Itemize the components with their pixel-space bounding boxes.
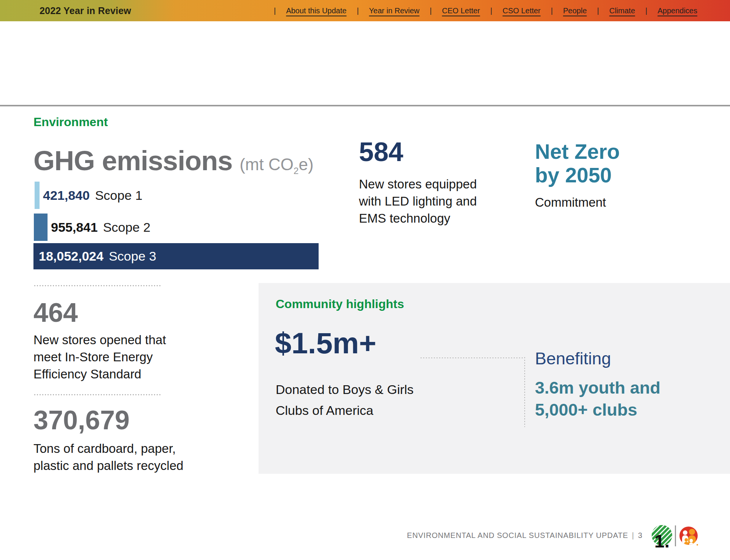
donation-description: Donated to Boys & Girls Clubs of America [276, 379, 414, 421]
family-dollar-logo [679, 526, 698, 549]
community-section-label: Community highlights [276, 297, 404, 311]
nav-link-ceo-letter[interactable]: CEO Letter [442, 6, 480, 15]
nav-separator: | [645, 6, 647, 15]
new-stores-efficiency-value: 464 [33, 297, 78, 328]
led-stores-value: 584 [359, 137, 403, 167]
dotted-separator [33, 394, 162, 395]
nav-link-people[interactable]: People [563, 6, 587, 15]
nav-separator: | [551, 6, 553, 15]
benefit-text: 3.6m youth and 5,000+ clubs [535, 377, 660, 421]
scope-3-label: Scope 3 [109, 249, 156, 264]
nav-link-about-this-update[interactable]: About this Update [286, 6, 346, 15]
nav-link-year-in-review[interactable]: Year in Review [369, 6, 420, 15]
footer-text: ENVIRONMENTAL AND SOCIAL SUSTAINABILITY … [380, 531, 643, 540]
footer-report-title: ENVIRONMENTAL AND SOCIAL SUSTAINABILITY … [407, 531, 628, 539]
dotted-separator [33, 285, 162, 286]
scope-2-row: 955,841 Scope 2 [34, 214, 151, 241]
scope-1-label: Scope 1 [95, 188, 143, 203]
nav-separator: | [597, 6, 599, 15]
header-bar: 2022 Year in Review | About this Update … [0, 0, 730, 21]
recycled-tons-value: 370,679 [33, 405, 130, 435]
scope-3-bar: 18,052,024 Scope 3 [33, 243, 319, 269]
nav-separator: | [430, 6, 432, 15]
ghg-title-text: GHG emissions [33, 146, 232, 176]
nav-separator: | [274, 6, 276, 15]
nav-separator: | [357, 6, 359, 15]
net-zero-title: Net Zero by 2050 [535, 140, 620, 187]
scope-1-bar [35, 182, 40, 209]
scope-2-bar [34, 214, 48, 241]
nav-link-appendices[interactable]: Appendices [657, 6, 697, 15]
slide: 2022 Year in Review | About this Update … [0, 0, 730, 560]
nav-link-climate[interactable]: Climate [609, 6, 635, 15]
nav-separator: | [490, 6, 492, 15]
scope-1-value: 421,840 [43, 188, 90, 203]
top-nav: | About this Update | Year in Review | C… [274, 0, 697, 21]
ghg-unit: (mt CO2e) [240, 155, 313, 174]
recycled-tons-description: Tons of cardboard, paper, plastic and pa… [33, 440, 183, 474]
ghg-emissions-title: GHG emissions (mt CO2e) [33, 145, 314, 176]
page-header-title: 2022 Year in Review [40, 0, 131, 21]
benefit-label: Benefiting [535, 349, 611, 369]
logo-divider [675, 525, 676, 546]
scope-2-value: 955,841 [51, 220, 98, 235]
scope-3-value: 18,052,024 [39, 249, 103, 264]
led-stores-description: New stores equipped with LED lighting an… [359, 176, 477, 227]
section-divider [0, 105, 730, 106]
dotted-connector-vertical [524, 356, 525, 427]
dollar-tree-one-mark: 1. [654, 531, 670, 551]
dotted-connector-horizontal [420, 357, 525, 359]
footer-page-number: 3 [638, 531, 643, 539]
nav-link-cso-letter[interactable]: CSO Letter [503, 6, 541, 15]
net-zero-subtitle: Commitment [535, 195, 606, 210]
donation-value: $1.5m+ [275, 326, 376, 361]
scope-2-label: Scope 2 [103, 220, 151, 235]
ghg-unit-prefix: (mt CO [240, 155, 294, 174]
footer-separator: | [632, 531, 634, 539]
ghg-unit-subscript: 2 [294, 166, 298, 176]
new-stores-efficiency-description: New stores opened that meet In-Store Ene… [33, 331, 166, 383]
environment-section-label: Environment [33, 115, 108, 129]
ghg-unit-suffix: e) [298, 155, 313, 174]
dollar-tree-logo: 1. [651, 525, 673, 552]
scope-1-row: 421,840 Scope 1 [35, 182, 143, 209]
